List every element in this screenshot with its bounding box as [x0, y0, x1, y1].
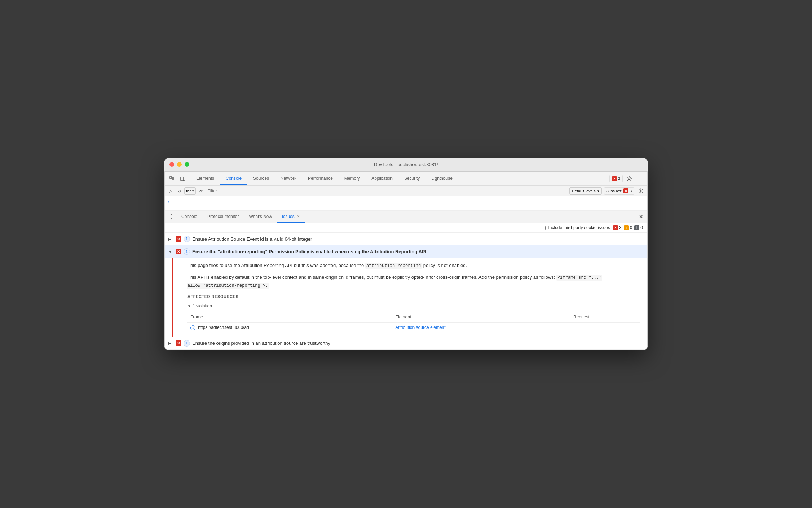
count-badges: ✕ 3 ! 0 i 0 — [613, 225, 643, 230]
issue-count-1: 1 — [184, 236, 190, 242]
tab-network[interactable]: Network — [275, 172, 302, 185]
issue-header-3[interactable]: ▶ ✕ 1 Ensure the origins provided in an … — [165, 337, 647, 349]
console-chevron: › — [168, 199, 169, 204]
toolbar-right: Default levels ▾ 3 Issues: ✕ 3 — [569, 187, 645, 195]
frame-icon: ⊙ — [190, 325, 195, 330]
issue-header-2[interactable]: ▼ ✕ 1 Ensure the "attribution-reporting"… — [165, 245, 647, 258]
issue-error-icon-3: ✕ — [176, 340, 181, 346]
info-count: 0 — [640, 225, 643, 230]
window-title: DevTools - publisher.test:8081/ — [374, 162, 438, 167]
resources-table-head: Frame Element Request — [187, 312, 640, 322]
resource-row-1: ⊙ https://adtech.test:3000/ad Attributio… — [187, 322, 640, 333]
maximize-button[interactable] — [185, 162, 189, 167]
resources-table: Frame Element Request ⊙ https://adtech.t… — [187, 312, 640, 332]
tab-performance[interactable]: Performance — [302, 172, 339, 185]
svg-rect-6 — [184, 178, 185, 180]
console-toolbar: ▷ ⊘ top ▾ 👁 Default levels ▾ 3 Issues: ✕… — [165, 186, 647, 196]
drawer-tab-protocol[interactable]: Protocol monitor — [202, 211, 244, 223]
warn-count: 0 — [630, 225, 632, 230]
warn-count-badge: ! 0 — [624, 225, 632, 230]
issue-title-2: Ensure the "attribution-reporting" Permi… — [192, 249, 426, 254]
prohibit-button[interactable]: ⊘ — [176, 187, 183, 195]
error-icon: ✕ — [612, 176, 617, 181]
context-arrow: ▾ — [192, 189, 194, 193]
titlebar: DevTools - publisher.test:8081/ — [164, 158, 648, 171]
resource-request — [570, 322, 640, 333]
minimize-button[interactable] — [177, 162, 182, 167]
eye-button[interactable]: 👁 — [197, 187, 204, 195]
col-frame: Frame — [187, 312, 392, 322]
issue-count-3: 1 — [184, 340, 190, 347]
issues-badge[interactable]: ✕ 3 — [609, 175, 623, 182]
include-third-party-checkbox[interactable] — [541, 226, 546, 230]
tab-application[interactable]: Application — [366, 172, 398, 185]
close-drawer-button[interactable]: ✕ — [636, 211, 646, 223]
filter-input[interactable] — [206, 188, 568, 193]
drawer-menu-button[interactable]: ⋮ — [166, 211, 176, 223]
col-element: Element — [392, 312, 570, 322]
issue-description-2: This API is enabled by default in the to… — [187, 274, 640, 289]
context-selector[interactable]: top ▾ — [184, 187, 196, 195]
issue-item-3: ▶ ✕ 1 Ensure the origins provided in an … — [165, 337, 647, 350]
drawer-tab-console[interactable]: Console — [176, 211, 202, 223]
include-row: Include third-party cookie issues ✕ 3 ! … — [165, 223, 647, 233]
violation-row[interactable]: ▼ 1 violation — [187, 303, 640, 309]
issue-title-1: Ensure Attribution Source Event Id is a … — [192, 236, 312, 242]
nav-right-tools: ✕ 3 ⋮ — [606, 172, 647, 185]
tab-console[interactable]: Console — [220, 172, 247, 185]
code-attribution-reporting: attribution-reporting — [365, 263, 422, 269]
warn-badge-icon: ! — [624, 225, 629, 230]
drawer-tab-whatsnew[interactable]: What's New — [244, 211, 277, 223]
svg-point-7 — [628, 178, 630, 179]
violation-label: 1 violation — [193, 303, 212, 309]
violation-arrow: ▼ — [187, 303, 191, 309]
issue-description-1: This page tries to use the Attribution R… — [187, 262, 640, 269]
tab-sources[interactable]: Sources — [247, 172, 275, 185]
error-count-badge: ✕ 3 — [613, 225, 622, 230]
resources-table-header-row: Frame Element Request — [187, 312, 640, 322]
settings-button[interactable] — [625, 174, 634, 183]
close-button[interactable] — [169, 162, 174, 167]
svg-rect-0 — [170, 177, 172, 178]
svg-point-8 — [640, 190, 641, 192]
more-options-button[interactable]: ⋮ — [636, 174, 644, 183]
attribution-source-link[interactable]: Attribution source element — [395, 325, 445, 330]
devtools-window: DevTools - publisher.test:8081/ — [164, 158, 648, 350]
include-third-party-label[interactable]: Include third-party cookie issues — [548, 225, 610, 230]
issue-item-1: ▶ ✕ 1 Ensure Attribution Source Event Id… — [165, 233, 647, 245]
clear-console-button[interactable]: ▷ — [167, 187, 174, 195]
drawer-tabs: ⋮ Console Protocol monitor What's New Is… — [165, 211, 647, 223]
inspect-element-button[interactable] — [168, 174, 176, 183]
tab-memory[interactable]: Memory — [339, 172, 366, 185]
issues-count: 3 — [618, 177, 620, 181]
issue-header-1[interactable]: ▶ ✕ 1 Ensure Attribution Source Event Id… — [165, 233, 647, 245]
close-issues-tab-button[interactable]: ✕ — [297, 214, 300, 219]
expand-arrow-1: ▶ — [168, 237, 173, 241]
console-prompt-area: › — [165, 196, 647, 211]
tab-elements[interactable]: Elements — [190, 172, 220, 185]
device-toolbar-button[interactable] — [178, 174, 187, 183]
levels-label: Default levels — [572, 189, 596, 193]
toolbar-issues-badge[interactable]: 3 Issues: ✕ 3 — [604, 187, 634, 195]
toolbar-issues-label: 3 Issues: — [606, 189, 622, 193]
error-count: 3 — [619, 225, 622, 230]
issue-item-2: ▼ ✕ 1 Ensure the "attribution-reporting"… — [165, 245, 647, 337]
nav-left-tools — [165, 172, 190, 185]
top-navigation: Elements Console Sources Network Perform… — [165, 172, 647, 186]
toolbar-error-icon: ✕ — [623, 188, 628, 193]
console-settings-button[interactable] — [636, 187, 645, 195]
issue-error-icon-2: ✕ — [176, 249, 181, 254]
drawer-tab-issues[interactable]: Issues ✕ — [277, 211, 305, 223]
affected-resources: AFFECTED RESOURCES ▼ 1 violation Frame E… — [187, 294, 640, 333]
window-controls — [169, 162, 189, 167]
svg-rect-5 — [181, 177, 184, 181]
tab-lighthouse[interactable]: Lighthouse — [425, 172, 458, 185]
issue-count-2: 1 — [184, 248, 190, 255]
issues-panel: Include third-party cookie issues ✕ 3 ! … — [165, 223, 647, 350]
default-levels-selector[interactable]: Default levels ▾ — [569, 187, 602, 195]
devtools-body: Elements Console Sources Network Perform… — [164, 171, 648, 350]
affected-label: AFFECTED RESOURCES — [187, 294, 640, 300]
tab-security[interactable]: Security — [398, 172, 425, 185]
context-label: top — [186, 189, 191, 193]
info-count-badge: i 0 — [634, 225, 643, 230]
